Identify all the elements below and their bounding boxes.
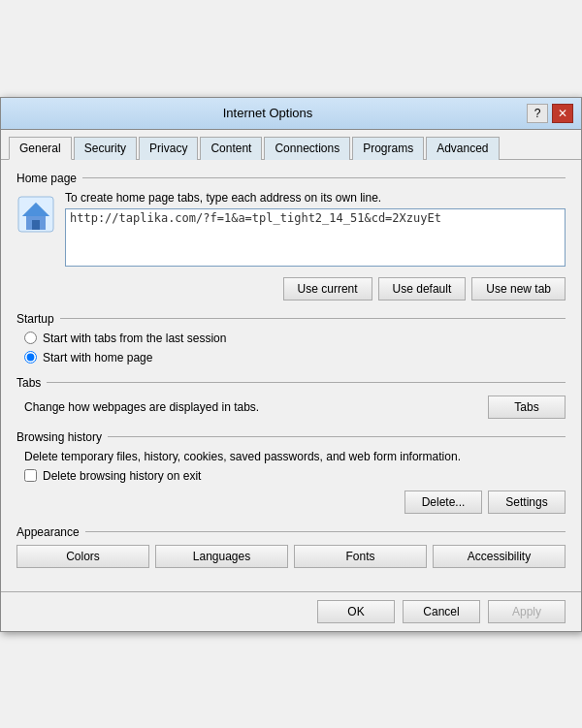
browsing-history-title: Browsing history (16, 430, 566, 444)
startup-option-home-page-label: Start with home page (43, 351, 152, 364)
tab-content-area: Home page To create home page tabs (1, 160, 581, 591)
bottom-bar: OK Cancel Apply (1, 591, 581, 631)
close-button[interactable]: ✕ (552, 104, 573, 123)
delete-button[interactable]: Delete... (404, 491, 482, 514)
tab-programs[interactable]: Programs (352, 137, 424, 160)
home-page-description: To create home page tabs, type each addr… (65, 191, 566, 205)
tabs-section: Tabs Change how webpages are displayed i… (16, 376, 566, 419)
svg-rect-3 (32, 220, 40, 230)
home-url-input[interactable] (65, 208, 566, 267)
browsing-history-description: Delete temporary files, history, cookies… (24, 450, 566, 463)
delete-on-exit-checkbox-label[interactable]: Delete browsing history on exit (24, 469, 566, 483)
tabs-section-description: Change how webpages are displayed in tab… (24, 400, 259, 414)
home-page-section-title: Home page (16, 172, 566, 185)
home-icon (16, 195, 55, 234)
apply-button[interactable]: Apply (488, 600, 566, 623)
startup-radio-home-page[interactable] (24, 351, 37, 364)
internet-options-window: Internet Options ? ✕ General Security Pr… (0, 97, 582, 632)
tab-security[interactable]: Security (74, 137, 137, 160)
settings-button[interactable]: Settings (488, 491, 566, 514)
colors-button[interactable]: Colors (16, 545, 149, 568)
tab-privacy[interactable]: Privacy (139, 137, 198, 160)
startup-radio-last-session[interactable] (24, 332, 37, 344)
titlebar: Internet Options ? ✕ (1, 98, 581, 130)
cancel-button[interactable]: Cancel (403, 600, 480, 623)
ok-button[interactable]: OK (317, 600, 395, 623)
delete-settings-buttons: Delete... Settings (16, 491, 566, 514)
tab-connections[interactable]: Connections (264, 137, 350, 160)
window-title: Internet Options (9, 106, 527, 120)
fonts-button[interactable]: Fonts (294, 545, 427, 568)
delete-on-exit-checkbox[interactable] (24, 469, 37, 482)
tabs-button[interactable]: Tabs (488, 396, 566, 419)
browsing-history-section: Browsing history Delete temporary files,… (16, 430, 566, 514)
startup-option-home-page[interactable]: Start with home page (24, 351, 566, 364)
help-button[interactable]: ? (527, 104, 548, 123)
startup-section: Startup Start with tabs from the last se… (16, 312, 566, 364)
accessibility-button[interactable]: Accessibility (433, 545, 566, 568)
home-page-section: Home page To create home page tabs (16, 172, 566, 301)
home-page-row: To create home page tabs, type each addr… (16, 191, 566, 269)
tab-content[interactable]: Content (200, 137, 262, 160)
home-page-right: To create home page tabs, type each addr… (65, 191, 566, 269)
tabs-section-row: Change how webpages are displayed in tab… (24, 396, 566, 419)
languages-button[interactable]: Languages (155, 545, 288, 568)
tab-advanced[interactable]: Advanced (426, 137, 499, 160)
startup-section-title: Startup (16, 312, 566, 326)
use-current-button[interactable]: Use current (283, 277, 372, 301)
home-page-buttons: Use current Use default Use new tab (16, 277, 566, 301)
titlebar-controls: ? ✕ (527, 104, 573, 123)
startup-radio-group: Start with tabs from the last session St… (24, 332, 566, 364)
appearance-buttons: Colors Languages Fonts Accessibility (16, 545, 566, 568)
tabs-section-title: Tabs (16, 376, 566, 390)
delete-on-exit-label: Delete browsing history on exit (43, 469, 201, 483)
appearance-section: Appearance Colors Languages Fonts Access… (16, 525, 566, 568)
startup-option-last-session[interactable]: Start with tabs from the last session (24, 332, 566, 345)
startup-option-last-session-label: Start with tabs from the last session (43, 332, 226, 345)
tabs-bar: General Security Privacy Content Connect… (1, 130, 581, 160)
appearance-section-title: Appearance (16, 525, 566, 539)
tab-general[interactable]: General (9, 137, 72, 160)
use-new-tab-button[interactable]: Use new tab (471, 277, 566, 301)
use-default-button[interactable]: Use default (378, 277, 467, 301)
